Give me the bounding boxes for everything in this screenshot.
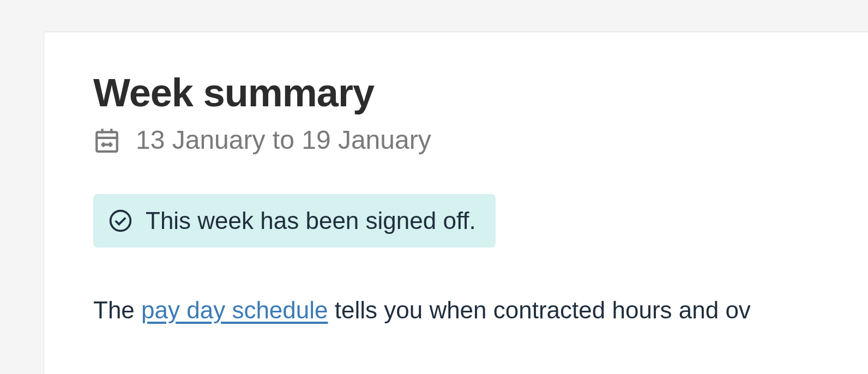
description-prefix: The: [93, 297, 141, 323]
page-title: Week summary: [93, 70, 823, 115]
status-text: This week has been signed off.: [146, 207, 476, 234]
status-badge: This week has been signed off.: [93, 194, 496, 248]
description-text: The pay day schedule tells you when cont…: [93, 297, 823, 324]
date-range-text: 13 January to 19 January: [136, 125, 431, 155]
date-range-row: 13 January to 19 January: [93, 125, 823, 155]
calendar-icon: [93, 126, 120, 154]
week-summary-card: Week summary 13 January to 19 January Th…: [44, 32, 868, 374]
check-circle-icon: [108, 209, 132, 233]
description-suffix: tells you when contracted hours and ov: [328, 297, 751, 323]
svg-rect-0: [97, 132, 117, 151]
pay-day-schedule-link[interactable]: pay day schedule: [141, 297, 328, 323]
svg-point-7: [111, 211, 131, 231]
